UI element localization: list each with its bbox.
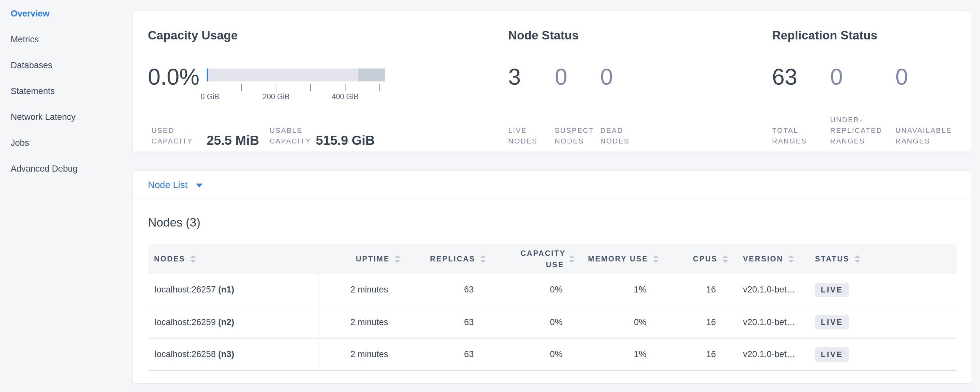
node-uptime: 2 minutes: [319, 274, 401, 306]
capacity-used-percent: 0.0%: [148, 65, 200, 88]
header-replicas-label: REPLICAS: [430, 255, 475, 263]
under-replicated-count: 0: [830, 65, 843, 88]
node-list-dropdown-label: Node List: [148, 180, 188, 190]
node-address: localhost:26259: [155, 317, 216, 327]
node-address: localhost:26257: [155, 285, 216, 295]
node-version: v20.1.0-bet…: [729, 274, 804, 306]
axis-label-0: 0 GiB: [184, 92, 236, 101]
sidebar: Overview Metrics Databases Statements Ne…: [0, 0, 132, 182]
total-ranges-label: TOTAL RANGES: [772, 125, 814, 147]
sidebar-item-databases[interactable]: Databases: [0, 53, 132, 78]
sidebar-item-statements[interactable]: Statements: [0, 78, 132, 104]
status-badge: LIVE: [815, 347, 849, 362]
used-capacity-label: USED CAPACITY: [151, 125, 193, 147]
sort-icon: [190, 255, 196, 263]
axis-label-400: 400 GiB: [319, 92, 371, 101]
header-nodes[interactable]: NODES: [148, 244, 319, 274]
header-capacity-use-label: CAPACITY USE: [520, 248, 564, 270]
header-status-label: STATUS: [815, 255, 850, 263]
status-badge: LIVE: [815, 283, 849, 297]
node-replicas: 63: [401, 306, 486, 338]
dead-nodes-count: 0: [600, 65, 613, 88]
header-memory-use-label: MEMORY USE: [588, 255, 648, 263]
sort-icon: [652, 255, 659, 263]
sidebar-item-advanced-debug[interactable]: Advanced Debug: [0, 156, 132, 182]
header-nodes-label: NODES: [154, 255, 185, 263]
header-cpus[interactable]: CPUS: [659, 244, 729, 274]
sort-icon: [480, 255, 486, 263]
under-replicated-label: UNDER-REPLICATED RANGES: [830, 115, 885, 147]
node-cpus: 16: [659, 306, 729, 338]
node-memory-use: 1%: [575, 274, 659, 306]
live-nodes-count: 3: [508, 65, 521, 88]
capacity-axis-labels: 0 GiB 200 GiB 400 GiB: [207, 92, 385, 102]
dead-nodes-label: DEAD NODES: [600, 125, 646, 147]
sidebar-item-metrics[interactable]: Metrics: [0, 27, 132, 53]
sort-icon: [722, 255, 729, 263]
header-version-label: VERSION: [743, 255, 783, 263]
table-row-node-2[interactable]: localhost:26259 (n2) 2 minutes 63 0% 0% …: [148, 306, 957, 338]
header-replicas[interactable]: REPLICAS: [401, 244, 486, 274]
capacity-bar-chart: 0 GiB 200 GiB 400 GiB: [207, 69, 385, 102]
node-replicas: 63: [401, 338, 486, 371]
unavailable-count: 0: [896, 65, 908, 88]
unavailable-label: UNAVAILABLE RANGES: [896, 125, 957, 147]
sidebar-item-overview[interactable]: Overview: [0, 1, 132, 27]
sort-icon: [788, 255, 794, 263]
header-capacity-use[interactable]: CAPACITY USE: [486, 244, 575, 274]
table-row-node-1[interactable]: localhost:26257 (n1) 2 minutes 63 0% 1% …: [148, 274, 957, 306]
node-replicas: 63: [401, 274, 486, 306]
nodes-section-title: Nodes (3): [148, 216, 200, 229]
node-uptime: 2 minutes: [319, 306, 401, 338]
capacity-axis-ticks: [207, 84, 385, 91]
capacity-bar-used-segment: [207, 69, 208, 81]
node-cpus: 16: [659, 274, 729, 306]
nodes-table-header-row: NODES UPTIME REPLICAS CAPACITY USE MEMOR…: [148, 244, 957, 274]
sidebar-item-network-latency[interactable]: Network Latency: [0, 104, 132, 130]
node-capacity-use: 0%: [486, 338, 575, 371]
suspect-nodes-label: SUSPECT NODES: [555, 125, 597, 147]
usable-capacity-value: 515.9 GiB: [316, 133, 375, 148]
node-capacity-use: 0%: [486, 274, 575, 306]
replication-status-title: Replication Status: [772, 29, 877, 42]
node-list-dropdown[interactable]: Node List: [133, 171, 972, 199]
chevron-down-icon: [196, 183, 202, 187]
node-id: (n3): [218, 349, 234, 359]
usable-capacity-label: USABLE CAPACITY: [270, 125, 312, 147]
node-id: (n1): [218, 285, 234, 295]
node-capacity-use: 0%: [486, 306, 575, 338]
node-version: v20.1.0-bet…: [729, 338, 804, 371]
nodes-table: NODES UPTIME REPLICAS CAPACITY USE MEMOR…: [148, 244, 957, 371]
header-uptime[interactable]: UPTIME: [319, 244, 401, 274]
capacity-bar-track: [207, 69, 385, 81]
capacity-bar-nonusable-segment: [358, 69, 385, 81]
node-memory-use: 1%: [575, 338, 659, 371]
header-memory-use[interactable]: MEMORY USE: [575, 244, 659, 274]
header-uptime-label: UPTIME: [356, 255, 390, 263]
header-version[interactable]: VERSION: [729, 244, 804, 274]
axis-label-200: 200 GiB: [250, 92, 302, 101]
live-nodes-label: LIVE NODES: [508, 125, 550, 147]
node-cpus: 16: [659, 338, 729, 371]
node-address: localhost:26258: [155, 349, 216, 359]
node-status-title: Node Status: [508, 29, 579, 42]
table-row-node-3[interactable]: localhost:26258 (n3) 2 minutes 63 0% 1% …: [148, 338, 957, 371]
node-uptime: 2 minutes: [319, 338, 401, 371]
node-memory-use: 0%: [575, 306, 659, 338]
cluster-summary-card: Capacity Usage 0.0% 0 GiB 200 GiB 400 Gi…: [132, 11, 972, 152]
suspect-nodes-count: 0: [555, 65, 567, 88]
sort-icon: [394, 255, 401, 263]
sort-icon: [569, 255, 575, 263]
nodes-card: Node List Nodes (3) NODES UPTIME REPLICA…: [132, 170, 972, 384]
header-cpus-label: CPUS: [693, 255, 718, 263]
sidebar-item-jobs[interactable]: Jobs: [0, 130, 132, 156]
capacity-usage-title: Capacity Usage: [148, 29, 238, 42]
used-capacity-value: 25.5 MiB: [207, 133, 259, 148]
node-version: v20.1.0-bet…: [729, 306, 804, 338]
node-id: (n2): [218, 317, 234, 327]
status-badge: LIVE: [815, 315, 849, 329]
sort-icon: [854, 255, 861, 263]
total-ranges-count: 63: [772, 65, 797, 88]
header-status[interactable]: STATUS: [804, 244, 957, 274]
